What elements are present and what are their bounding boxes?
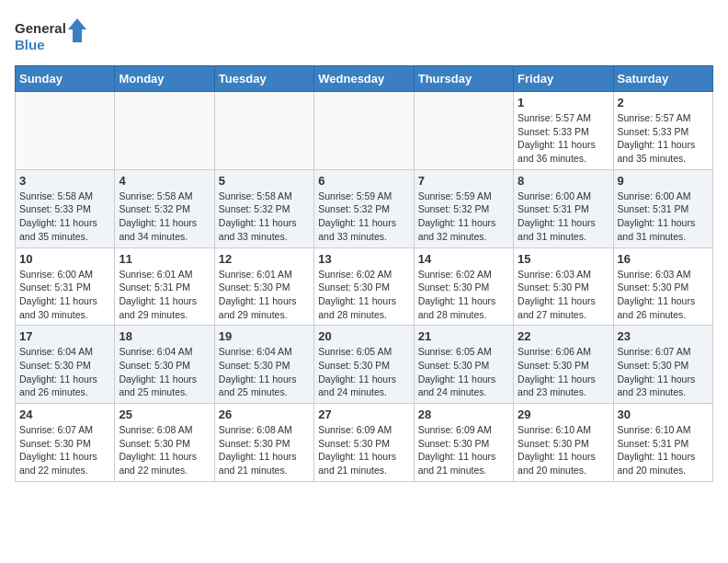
table-row bbox=[414, 92, 513, 170]
weekday-header-sunday: Sunday bbox=[16, 66, 115, 92]
weekday-header-saturday: Saturday bbox=[613, 66, 712, 92]
day-number: 28 bbox=[418, 408, 509, 421]
day-number: 8 bbox=[518, 174, 609, 188]
day-info: Sunrise: 6:00 AM Sunset: 5:31 PM Dayligh… bbox=[19, 268, 110, 322]
table-row: 4Sunrise: 5:58 AM Sunset: 5:32 PM Daylig… bbox=[115, 169, 214, 247]
table-row: 10Sunrise: 6:00 AM Sunset: 5:31 PM Dayli… bbox=[16, 247, 115, 326]
table-row: 19Sunrise: 6:04 AM Sunset: 5:30 PM Dayli… bbox=[214, 326, 313, 404]
week-row-2: 3Sunrise: 5:58 AM Sunset: 5:33 PM Daylig… bbox=[16, 169, 713, 247]
day-info: Sunrise: 6:09 AM Sunset: 5:30 PM Dayligh… bbox=[418, 423, 509, 477]
svg-text:Blue: Blue bbox=[15, 37, 45, 52]
calendar-table: SundayMondayTuesdayWednesdayThursdayFrid… bbox=[15, 65, 713, 482]
table-row: 23Sunrise: 6:07 AM Sunset: 5:30 PM Dayli… bbox=[613, 326, 712, 404]
table-row bbox=[314, 92, 414, 170]
table-row: 5Sunrise: 5:58 AM Sunset: 5:32 PM Daylig… bbox=[214, 169, 313, 247]
day-info: Sunrise: 5:58 AM Sunset: 5:32 PM Dayligh… bbox=[219, 190, 310, 244]
table-row: 17Sunrise: 6:04 AM Sunset: 5:30 PM Dayli… bbox=[16, 326, 115, 404]
day-number: 3 bbox=[19, 174, 110, 188]
table-row: 30Sunrise: 6:10 AM Sunset: 5:31 PM Dayli… bbox=[613, 404, 712, 482]
table-row bbox=[16, 92, 115, 170]
weekday-header-thursday: Thursday bbox=[414, 66, 513, 92]
day-number: 21 bbox=[418, 329, 509, 343]
day-number: 14 bbox=[418, 252, 509, 266]
table-row bbox=[115, 92, 214, 170]
day-number: 16 bbox=[618, 252, 709, 266]
table-row: 29Sunrise: 6:10 AM Sunset: 5:30 PM Dayli… bbox=[514, 404, 613, 482]
table-row: 9Sunrise: 6:00 AM Sunset: 5:31 PM Daylig… bbox=[613, 169, 712, 247]
table-row: 1Sunrise: 5:57 AM Sunset: 5:33 PM Daylig… bbox=[514, 92, 613, 170]
table-row: 12Sunrise: 6:01 AM Sunset: 5:30 PM Dayli… bbox=[214, 247, 313, 326]
day-info: Sunrise: 5:57 AM Sunset: 5:33 PM Dayligh… bbox=[618, 111, 709, 166]
week-row-1: 1Sunrise: 5:57 AM Sunset: 5:33 PM Daylig… bbox=[16, 92, 713, 170]
table-row: 25Sunrise: 6:08 AM Sunset: 5:30 PM Dayli… bbox=[115, 404, 214, 482]
day-info: Sunrise: 6:05 AM Sunset: 5:30 PM Dayligh… bbox=[418, 345, 509, 399]
day-number: 13 bbox=[318, 252, 409, 266]
day-number: 6 bbox=[318, 174, 409, 188]
day-info: Sunrise: 6:04 AM Sunset: 5:30 PM Dayligh… bbox=[119, 345, 210, 399]
day-info: Sunrise: 6:10 AM Sunset: 5:31 PM Dayligh… bbox=[618, 423, 709, 477]
table-row: 6Sunrise: 5:59 AM Sunset: 5:32 PM Daylig… bbox=[314, 169, 414, 247]
weekday-header-friday: Friday bbox=[514, 66, 613, 92]
day-info: Sunrise: 5:59 AM Sunset: 5:32 PM Dayligh… bbox=[418, 190, 509, 244]
day-number: 24 bbox=[19, 408, 110, 421]
table-row: 24Sunrise: 6:07 AM Sunset: 5:30 PM Dayli… bbox=[16, 404, 115, 482]
page-header: General Blue bbox=[15, 15, 713, 56]
svg-marker-2 bbox=[68, 18, 86, 42]
day-info: Sunrise: 6:03 AM Sunset: 5:30 PM Dayligh… bbox=[618, 268, 709, 322]
day-number: 19 bbox=[219, 329, 310, 343]
day-number: 25 bbox=[119, 408, 210, 421]
week-row-4: 17Sunrise: 6:04 AM Sunset: 5:30 PM Dayli… bbox=[16, 326, 713, 404]
table-row: 8Sunrise: 6:00 AM Sunset: 5:31 PM Daylig… bbox=[514, 169, 613, 247]
table-row: 26Sunrise: 6:08 AM Sunset: 5:30 PM Dayli… bbox=[214, 404, 313, 482]
day-number: 30 bbox=[618, 408, 709, 421]
logo-svg: General Blue bbox=[15, 15, 88, 56]
day-number: 4 bbox=[119, 174, 210, 188]
day-info: Sunrise: 6:10 AM Sunset: 5:30 PM Dayligh… bbox=[518, 423, 609, 477]
day-number: 1 bbox=[518, 96, 609, 109]
day-number: 2 bbox=[618, 96, 709, 109]
table-row: 16Sunrise: 6:03 AM Sunset: 5:30 PM Dayli… bbox=[613, 247, 712, 326]
day-info: Sunrise: 6:07 AM Sunset: 5:30 PM Dayligh… bbox=[618, 345, 709, 399]
svg-text:General: General bbox=[15, 20, 66, 36]
day-info: Sunrise: 6:07 AM Sunset: 5:30 PM Dayligh… bbox=[19, 423, 110, 477]
day-info: Sunrise: 5:59 AM Sunset: 5:32 PM Dayligh… bbox=[318, 190, 409, 244]
day-number: 20 bbox=[318, 329, 409, 343]
day-number: 10 bbox=[19, 252, 110, 266]
table-row: 13Sunrise: 6:02 AM Sunset: 5:30 PM Dayli… bbox=[314, 247, 414, 326]
day-number: 11 bbox=[119, 252, 210, 266]
weekday-header-tuesday: Tuesday bbox=[214, 66, 313, 92]
table-row: 7Sunrise: 5:59 AM Sunset: 5:32 PM Daylig… bbox=[414, 169, 513, 247]
day-number: 17 bbox=[19, 329, 110, 343]
day-info: Sunrise: 6:05 AM Sunset: 5:30 PM Dayligh… bbox=[318, 345, 409, 399]
logo: General Blue bbox=[15, 15, 88, 56]
table-row: 22Sunrise: 6:06 AM Sunset: 5:30 PM Dayli… bbox=[514, 326, 613, 404]
day-info: Sunrise: 6:09 AM Sunset: 5:30 PM Dayligh… bbox=[318, 423, 409, 477]
day-number: 23 bbox=[618, 329, 709, 343]
day-number: 5 bbox=[219, 174, 310, 188]
table-row: 2Sunrise: 5:57 AM Sunset: 5:33 PM Daylig… bbox=[613, 92, 712, 170]
weekday-header-row: SundayMondayTuesdayWednesdayThursdayFrid… bbox=[16, 66, 713, 92]
day-info: Sunrise: 6:04 AM Sunset: 5:30 PM Dayligh… bbox=[19, 345, 110, 399]
table-row bbox=[214, 92, 313, 170]
week-row-3: 10Sunrise: 6:00 AM Sunset: 5:31 PM Dayli… bbox=[16, 247, 713, 326]
day-number: 9 bbox=[618, 174, 709, 188]
day-number: 18 bbox=[119, 329, 210, 343]
weekday-header-monday: Monday bbox=[115, 66, 214, 92]
day-number: 12 bbox=[219, 252, 310, 266]
day-number: 26 bbox=[219, 408, 310, 421]
table-row: 20Sunrise: 6:05 AM Sunset: 5:30 PM Dayli… bbox=[314, 326, 414, 404]
day-info: Sunrise: 6:00 AM Sunset: 5:31 PM Dayligh… bbox=[618, 190, 709, 244]
day-info: Sunrise: 5:57 AM Sunset: 5:33 PM Dayligh… bbox=[518, 111, 609, 166]
day-info: Sunrise: 5:58 AM Sunset: 5:33 PM Dayligh… bbox=[19, 190, 110, 244]
day-info: Sunrise: 6:03 AM Sunset: 5:30 PM Dayligh… bbox=[518, 268, 609, 322]
table-row: 15Sunrise: 6:03 AM Sunset: 5:30 PM Dayli… bbox=[514, 247, 613, 326]
day-number: 27 bbox=[318, 408, 409, 421]
table-row: 27Sunrise: 6:09 AM Sunset: 5:30 PM Dayli… bbox=[314, 404, 414, 482]
day-number: 22 bbox=[518, 329, 609, 343]
day-number: 15 bbox=[518, 252, 609, 266]
day-info: Sunrise: 6:06 AM Sunset: 5:30 PM Dayligh… bbox=[518, 345, 609, 399]
day-info: Sunrise: 5:58 AM Sunset: 5:32 PM Dayligh… bbox=[119, 190, 210, 244]
week-row-5: 24Sunrise: 6:07 AM Sunset: 5:30 PM Dayli… bbox=[16, 404, 713, 482]
table-row: 3Sunrise: 5:58 AM Sunset: 5:33 PM Daylig… bbox=[16, 169, 115, 247]
table-row: 28Sunrise: 6:09 AM Sunset: 5:30 PM Dayli… bbox=[414, 404, 513, 482]
